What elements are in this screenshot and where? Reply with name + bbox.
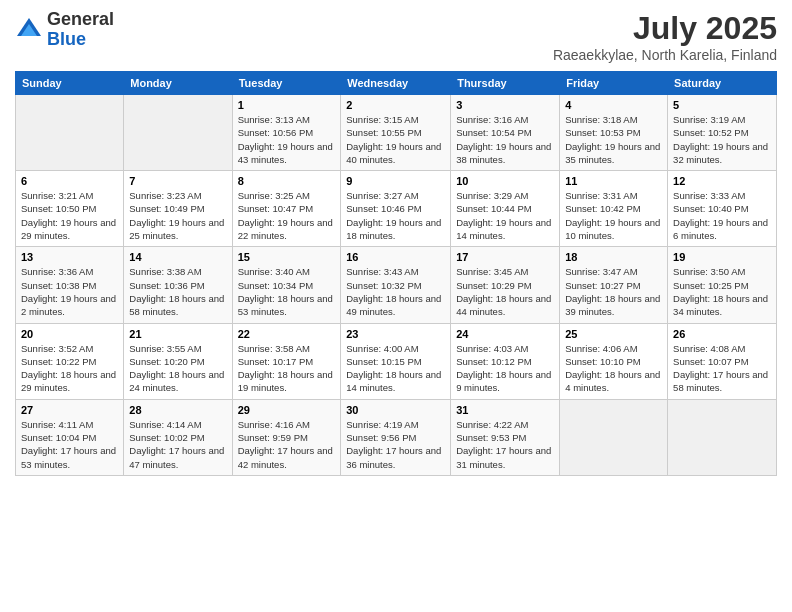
day-cell: 14Sunrise: 3:38 AMSunset: 10:36 PMDaylig… [124, 247, 232, 323]
day-detail: Sunrise: 3:33 AMSunset: 10:40 PMDaylight… [673, 189, 771, 242]
day-header-row: SundayMondayTuesdayWednesdayThursdayFrid… [16, 72, 777, 95]
day-detail: Sunrise: 3:18 AMSunset: 10:53 PMDaylight… [565, 113, 662, 166]
day-number: 15 [238, 251, 336, 263]
day-detail: Sunrise: 4:06 AMSunset: 10:10 PMDaylight… [565, 342, 662, 395]
day-detail: Sunrise: 4:08 AMSunset: 10:07 PMDaylight… [673, 342, 771, 395]
logo: General Blue [15, 10, 114, 50]
day-number: 13 [21, 251, 118, 263]
day-detail: Sunrise: 3:50 AMSunset: 10:25 PMDaylight… [673, 265, 771, 318]
day-detail: Sunrise: 3:23 AMSunset: 10:49 PMDaylight… [129, 189, 226, 242]
day-cell: 8Sunrise: 3:25 AMSunset: 10:47 PMDayligh… [232, 171, 341, 247]
day-cell [16, 95, 124, 171]
header-thursday: Thursday [451, 72, 560, 95]
day-detail: Sunrise: 3:38 AMSunset: 10:36 PMDaylight… [129, 265, 226, 318]
day-number: 28 [129, 404, 226, 416]
day-number: 23 [346, 328, 445, 340]
day-detail: Sunrise: 3:16 AMSunset: 10:54 PMDaylight… [456, 113, 554, 166]
day-number: 8 [238, 175, 336, 187]
title-block: July 2025 Raeaekkylae, North Karelia, Fi… [553, 10, 777, 63]
day-detail: Sunrise: 3:40 AMSunset: 10:34 PMDaylight… [238, 265, 336, 318]
day-detail: Sunrise: 3:31 AMSunset: 10:42 PMDaylight… [565, 189, 662, 242]
day-detail: Sunrise: 3:45 AMSunset: 10:29 PMDaylight… [456, 265, 554, 318]
week-row-4: 20Sunrise: 3:52 AMSunset: 10:22 PMDaylig… [16, 323, 777, 399]
day-number: 4 [565, 99, 662, 111]
day-detail: Sunrise: 4:03 AMSunset: 10:12 PMDaylight… [456, 342, 554, 395]
day-cell: 30Sunrise: 4:19 AMSunset: 9:56 PMDayligh… [341, 399, 451, 475]
day-cell: 7Sunrise: 3:23 AMSunset: 10:49 PMDayligh… [124, 171, 232, 247]
logo-icon [15, 16, 43, 44]
day-cell [124, 95, 232, 171]
day-number: 22 [238, 328, 336, 340]
day-cell: 27Sunrise: 4:11 AMSunset: 10:04 PMDaylig… [16, 399, 124, 475]
day-detail: Sunrise: 4:11 AMSunset: 10:04 PMDaylight… [21, 418, 118, 471]
day-number: 20 [21, 328, 118, 340]
day-number: 5 [673, 99, 771, 111]
day-cell: 13Sunrise: 3:36 AMSunset: 10:38 PMDaylig… [16, 247, 124, 323]
header-tuesday: Tuesday [232, 72, 341, 95]
day-detail: Sunrise: 3:13 AMSunset: 10:56 PMDaylight… [238, 113, 336, 166]
day-cell: 1Sunrise: 3:13 AMSunset: 10:56 PMDayligh… [232, 95, 341, 171]
day-number: 27 [21, 404, 118, 416]
day-cell: 21Sunrise: 3:55 AMSunset: 10:20 PMDaylig… [124, 323, 232, 399]
calendar-table: SundayMondayTuesdayWednesdayThursdayFrid… [15, 71, 777, 476]
week-row-3: 13Sunrise: 3:36 AMSunset: 10:38 PMDaylig… [16, 247, 777, 323]
day-number: 6 [21, 175, 118, 187]
day-cell: 12Sunrise: 3:33 AMSunset: 10:40 PMDaylig… [668, 171, 777, 247]
day-detail: Sunrise: 4:16 AMSunset: 9:59 PMDaylight:… [238, 418, 336, 471]
day-cell: 23Sunrise: 4:00 AMSunset: 10:15 PMDaylig… [341, 323, 451, 399]
day-number: 26 [673, 328, 771, 340]
day-cell: 20Sunrise: 3:52 AMSunset: 10:22 PMDaylig… [16, 323, 124, 399]
day-cell: 10Sunrise: 3:29 AMSunset: 10:44 PMDaylig… [451, 171, 560, 247]
day-cell: 24Sunrise: 4:03 AMSunset: 10:12 PMDaylig… [451, 323, 560, 399]
day-cell: 9Sunrise: 3:27 AMSunset: 10:46 PMDayligh… [341, 171, 451, 247]
day-detail: Sunrise: 4:00 AMSunset: 10:15 PMDaylight… [346, 342, 445, 395]
logo-general: General [47, 9, 114, 29]
day-cell: 31Sunrise: 4:22 AMSunset: 9:53 PMDayligh… [451, 399, 560, 475]
day-number: 24 [456, 328, 554, 340]
day-number: 9 [346, 175, 445, 187]
day-number: 12 [673, 175, 771, 187]
day-cell: 19Sunrise: 3:50 AMSunset: 10:25 PMDaylig… [668, 247, 777, 323]
day-number: 2 [346, 99, 445, 111]
day-cell: 6Sunrise: 3:21 AMSunset: 10:50 PMDayligh… [16, 171, 124, 247]
day-cell: 11Sunrise: 3:31 AMSunset: 10:42 PMDaylig… [560, 171, 668, 247]
day-number: 30 [346, 404, 445, 416]
day-number: 29 [238, 404, 336, 416]
day-number: 17 [456, 251, 554, 263]
header-sunday: Sunday [16, 72, 124, 95]
day-cell: 2Sunrise: 3:15 AMSunset: 10:55 PMDayligh… [341, 95, 451, 171]
day-number: 7 [129, 175, 226, 187]
header-monday: Monday [124, 72, 232, 95]
day-number: 10 [456, 175, 554, 187]
month-year: July 2025 [553, 10, 777, 47]
day-detail: Sunrise: 3:15 AMSunset: 10:55 PMDaylight… [346, 113, 445, 166]
day-detail: Sunrise: 4:14 AMSunset: 10:02 PMDaylight… [129, 418, 226, 471]
day-cell: 26Sunrise: 4:08 AMSunset: 10:07 PMDaylig… [668, 323, 777, 399]
day-number: 18 [565, 251, 662, 263]
day-cell: 29Sunrise: 4:16 AMSunset: 9:59 PMDayligh… [232, 399, 341, 475]
location: Raeaekkylae, North Karelia, Finland [553, 47, 777, 63]
day-number: 25 [565, 328, 662, 340]
week-row-1: 1Sunrise: 3:13 AMSunset: 10:56 PMDayligh… [16, 95, 777, 171]
day-detail: Sunrise: 3:52 AMSunset: 10:22 PMDaylight… [21, 342, 118, 395]
day-cell [560, 399, 668, 475]
day-cell: 28Sunrise: 4:14 AMSunset: 10:02 PMDaylig… [124, 399, 232, 475]
day-cell: 5Sunrise: 3:19 AMSunset: 10:52 PMDayligh… [668, 95, 777, 171]
day-detail: Sunrise: 3:25 AMSunset: 10:47 PMDaylight… [238, 189, 336, 242]
logo-text: General Blue [47, 10, 114, 50]
day-detail: Sunrise: 3:55 AMSunset: 10:20 PMDaylight… [129, 342, 226, 395]
day-number: 14 [129, 251, 226, 263]
header-friday: Friday [560, 72, 668, 95]
day-number: 16 [346, 251, 445, 263]
day-detail: Sunrise: 3:47 AMSunset: 10:27 PMDaylight… [565, 265, 662, 318]
day-cell [668, 399, 777, 475]
day-detail: Sunrise: 4:19 AMSunset: 9:56 PMDaylight:… [346, 418, 445, 471]
header-wednesday: Wednesday [341, 72, 451, 95]
day-cell: 25Sunrise: 4:06 AMSunset: 10:10 PMDaylig… [560, 323, 668, 399]
day-detail: Sunrise: 3:43 AMSunset: 10:32 PMDaylight… [346, 265, 445, 318]
day-cell: 18Sunrise: 3:47 AMSunset: 10:27 PMDaylig… [560, 247, 668, 323]
day-number: 19 [673, 251, 771, 263]
day-number: 3 [456, 99, 554, 111]
day-detail: Sunrise: 3:58 AMSunset: 10:17 PMDaylight… [238, 342, 336, 395]
day-detail: Sunrise: 4:22 AMSunset: 9:53 PMDaylight:… [456, 418, 554, 471]
